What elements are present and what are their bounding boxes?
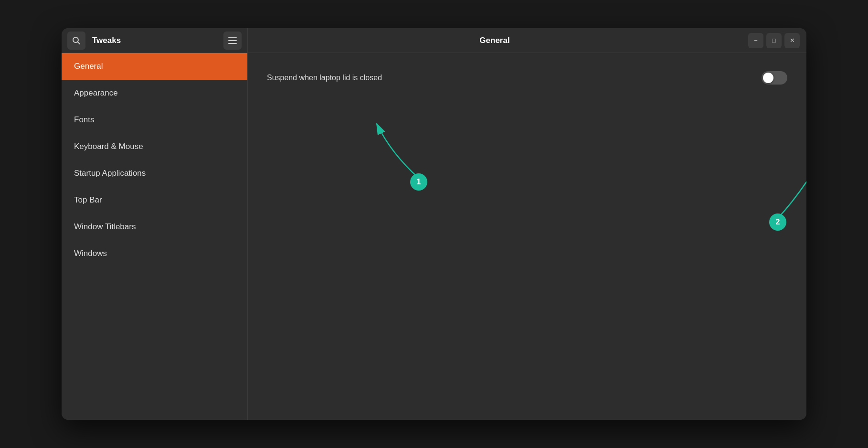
app-title: Tweaks xyxy=(92,36,223,45)
page-title: General xyxy=(479,36,509,45)
hamburger-icon xyxy=(228,37,237,44)
annotation-layer: 1 2 xyxy=(248,53,806,420)
sidebar-item-startup-applications[interactable]: Startup Applications xyxy=(62,160,247,187)
annotation-arrows xyxy=(248,53,806,420)
sidebar: General Appearance Fonts Keyboard & Mous… xyxy=(62,53,248,420)
sidebar-item-top-bar[interactable]: Top Bar xyxy=(62,187,247,213)
sidebar-item-windows[interactable]: Windows xyxy=(62,240,247,267)
suspend-lid-toggle[interactable] xyxy=(762,71,787,85)
setting-suspend-lid: Suspend when laptop lid is closed xyxy=(267,66,787,89)
sidebar-item-startup-label: Startup Applications xyxy=(74,169,146,178)
sidebar-item-keyboard-mouse-label: Keyboard & Mouse xyxy=(74,142,143,151)
sidebar-item-keyboard-mouse[interactable]: Keyboard & Mouse xyxy=(62,133,247,160)
titlebar-right: − □ ✕ xyxy=(741,33,806,48)
minimize-button[interactable]: − xyxy=(748,33,763,48)
main-window: Tweaks General − □ ✕ General Appearance xyxy=(62,28,806,420)
search-icon xyxy=(72,36,81,45)
sidebar-item-appearance[interactable]: Appearance xyxy=(62,80,247,107)
titlebar: Tweaks General − □ ✕ xyxy=(62,28,806,53)
search-button[interactable] xyxy=(67,32,85,50)
titlebar-left: Tweaks xyxy=(62,28,248,53)
toggle-thumb xyxy=(763,73,773,83)
titlebar-center: General xyxy=(248,36,741,45)
sidebar-item-window-titlebars[interactable]: Window Titlebars xyxy=(62,213,247,240)
toggle-track xyxy=(762,71,787,85)
annotation-circle-1: 1 xyxy=(410,173,427,191)
sidebar-item-top-bar-label: Top Bar xyxy=(74,195,102,205)
close-button[interactable]: ✕ xyxy=(784,33,800,48)
sidebar-item-titlebars-label: Window Titlebars xyxy=(74,222,136,232)
menu-button[interactable] xyxy=(223,32,242,50)
maximize-button[interactable]: □ xyxy=(766,33,782,48)
sidebar-item-fonts[interactable]: Fonts xyxy=(62,107,247,133)
setting-suspend-lid-label: Suspend when laptop lid is closed xyxy=(267,74,382,82)
annotation-circle-2: 2 xyxy=(769,213,786,231)
svg-line-1 xyxy=(78,42,80,44)
main-content: Suspend when laptop lid is closed xyxy=(248,53,806,420)
sidebar-item-windows-label: Windows xyxy=(74,249,107,258)
sidebar-item-general[interactable]: General xyxy=(62,53,247,80)
sidebar-item-fonts-label: Fonts xyxy=(74,115,95,125)
sidebar-item-appearance-label: Appearance xyxy=(74,88,118,98)
sidebar-item-general-label: General xyxy=(74,62,103,71)
content-area: General Appearance Fonts Keyboard & Mous… xyxy=(62,53,806,420)
